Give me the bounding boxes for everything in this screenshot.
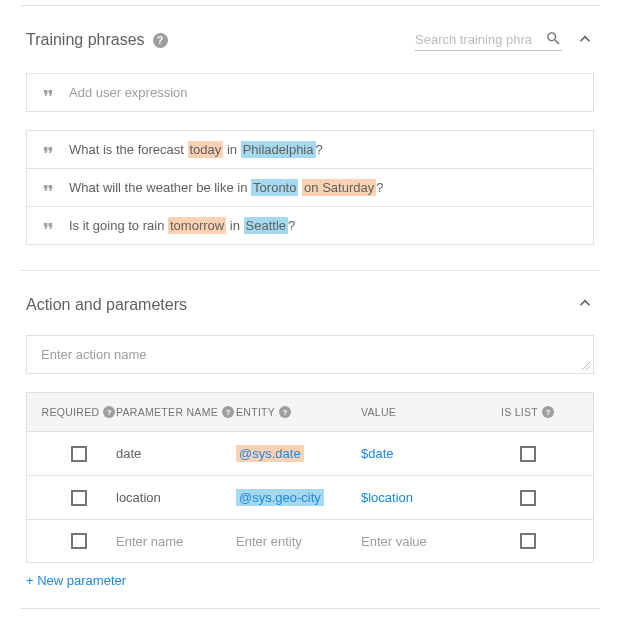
param-row: location@sys.geo-city$location [27, 476, 593, 520]
add-phrase-input[interactable] [69, 85, 579, 100]
action-section-header: Action and parameters [20, 276, 600, 329]
help-icon[interactable]: ? [542, 406, 554, 418]
training-phrase-row[interactable]: What will the weather be like in Toronto… [27, 169, 593, 207]
help-icon[interactable]: ? [279, 406, 291, 418]
action-input-wrapper [26, 335, 594, 374]
param-value[interactable]: $location [361, 490, 413, 505]
param-value-placeholder[interactable]: Enter value [361, 534, 427, 549]
parameters-table: REQUIRED? PARAMETER NAME? ENTITY? VALUE … [26, 392, 594, 563]
training-section-header: Training phrases ? [20, 11, 600, 65]
param-name[interactable]: location [116, 490, 161, 505]
entity-highlight[interactable]: today [188, 141, 224, 158]
param-entity-placeholder[interactable]: Enter entity [236, 534, 302, 549]
entity-highlight[interactable]: tomorrow [168, 217, 226, 234]
mid-divider [20, 270, 600, 271]
search-input[interactable] [415, 29, 545, 50]
header-required: REQUIRED [42, 406, 100, 418]
quote-icon [41, 181, 55, 195]
entity-highlight[interactable]: Seattle [244, 217, 288, 234]
add-phrase-row [27, 74, 593, 111]
entity-highlight[interactable]: Toronto [251, 179, 298, 196]
islist-checkbox[interactable] [520, 446, 536, 462]
add-phrase-box [26, 73, 594, 112]
new-parameter-button[interactable]: + New parameter [26, 573, 594, 588]
quote-icon [41, 219, 55, 233]
action-name-input[interactable] [41, 347, 579, 362]
islist-checkbox[interactable] [520, 533, 536, 549]
param-entity[interactable]: @sys.geo-city [236, 489, 324, 506]
param-entity[interactable]: @sys.date [236, 445, 304, 462]
header-value: VALUE [361, 406, 396, 418]
param-row: date@sys.date$date [27, 432, 593, 476]
phrase-text[interactable]: What will the weather be like in Toronto… [69, 180, 383, 195]
header-entity: ENTITY [236, 406, 275, 418]
bottom-divider [20, 608, 600, 609]
header-islist: IS LIST [501, 406, 538, 418]
top-divider [20, 5, 600, 6]
training-phrase-row[interactable]: Is it going to rain tomorrow in Seattle? [27, 207, 593, 244]
required-checkbox[interactable] [71, 446, 87, 462]
param-name[interactable]: date [116, 446, 141, 461]
help-icon[interactable]: ? [222, 406, 234, 418]
chevron-up-icon[interactable] [576, 294, 594, 315]
entity-highlight[interactable]: on Saturday [302, 179, 376, 196]
quote-icon [41, 143, 55, 157]
entity-highlight[interactable]: Philadelphia [241, 141, 316, 158]
islist-checkbox[interactable] [520, 490, 536, 506]
search-icon[interactable] [545, 30, 562, 50]
chevron-up-icon[interactable] [576, 30, 594, 51]
header-name: PARAMETER NAME [116, 406, 218, 418]
param-name-placeholder[interactable]: Enter name [116, 534, 183, 549]
training-phrase-row[interactable]: What is the forecast today in Philadelph… [27, 131, 593, 169]
help-icon[interactable]: ? [103, 406, 115, 418]
quote-icon [41, 86, 55, 100]
training-title: Training phrases [26, 31, 145, 49]
help-icon[interactable]: ? [153, 33, 168, 48]
required-checkbox[interactable] [71, 490, 87, 506]
phrase-text[interactable]: What is the forecast today in Philadelph… [69, 142, 323, 157]
svg-line-1 [586, 366, 590, 370]
required-checkbox[interactable] [71, 533, 87, 549]
resize-handle-icon[interactable] [581, 361, 591, 371]
param-value[interactable]: $date [361, 446, 394, 461]
param-table-header: REQUIRED? PARAMETER NAME? ENTITY? VALUE … [27, 393, 593, 432]
phrase-text[interactable]: Is it going to rain tomorrow in Seattle? [69, 218, 295, 233]
svg-line-0 [582, 362, 590, 370]
phrases-list: What is the forecast today in Philadelph… [26, 130, 594, 245]
search-wrapper [415, 29, 562, 51]
action-title: Action and parameters [26, 296, 187, 314]
param-row-empty: Enter nameEnter entityEnter value [27, 520, 593, 562]
